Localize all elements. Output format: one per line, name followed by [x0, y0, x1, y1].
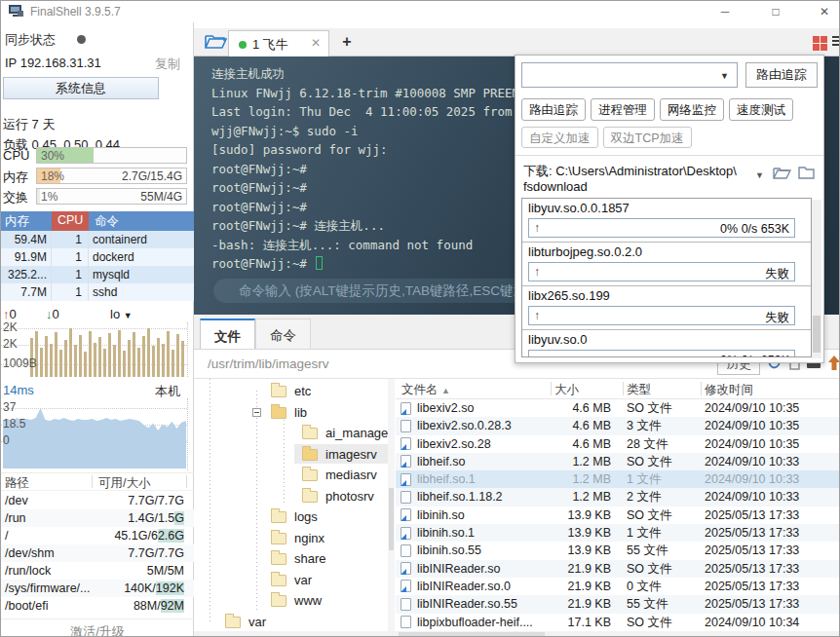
collapse-icon[interactable] — [252, 408, 261, 417]
file-row[interactable]: libINIReader.so.021.9 KB0 文件2025/05/13 1… — [396, 578, 840, 595]
file-row[interactable]: libINIReader.so21.9 KBSO 文件2025/05/13 17… — [396, 560, 840, 578]
tree-item-nginx[interactable]: nginx — [194, 528, 388, 549]
io-bar — [108, 333, 111, 377]
tab-close-icon[interactable]: ✕ — [311, 36, 321, 50]
tree-item-share[interactable]: share — [194, 548, 388, 570]
file-row[interactable]: libpixbufloader-heif....17.1 KBSO 文件2024… — [396, 614, 840, 631]
tool-button-网络监控[interactable]: 网络监控 — [660, 98, 724, 121]
upload-icon[interactable] — [827, 356, 840, 373]
disk-row[interactable]: /dev/shm7.7G/7.7G — [1, 544, 194, 562]
tab-files[interactable]: 文件 — [200, 318, 255, 349]
file-row[interactable]: libinih.so.5513.9 KB55 文件2025/05/13 17:3… — [396, 542, 840, 559]
tool-button-进程管理[interactable]: 进程管理 — [591, 98, 655, 121]
open-download-folder-icon[interactable] — [773, 165, 791, 183]
disk-table: /dev7.7G/7.7G/run1.4G/1.5G/45.1G/62.6G/d… — [1, 492, 194, 615]
current-path[interactable]: /usr/trim/lib/imagesrv — [208, 356, 329, 371]
file-row[interactable]: libheif.so1.2 MBSO 文件2024/09/10 10:33 — [396, 453, 840, 470]
tree-item-var[interactable]: var — [194, 612, 388, 632]
process-row[interactable]: 59.4M1containerd — [1, 231, 194, 248]
horizontal-scrollbar[interactable] — [194, 631, 840, 637]
accel-button-双边TCP加速[interactable]: 双边TCP加速 — [603, 127, 692, 148]
file-row[interactable]: libexiv2.so4.6 MBSO 文件2024/09/10 10:35 — [396, 399, 840, 417]
tab-commands[interactable]: 命令 — [255, 318, 311, 349]
disk-row[interactable]: /45.1G/62.6G — [1, 527, 194, 544]
file-row[interactable]: libheif.so.11.2 MB1 文件2024/09/10 10:33 — [396, 470, 840, 488]
disk-row[interactable]: /run1.4G/1.5G — [1, 509, 194, 527]
trace-target-combobox[interactable]: ▼ — [521, 62, 738, 88]
file-row[interactable]: libinih.so13.9 KBSO 文件2025/05/13 17:33 — [396, 506, 840, 524]
open-folder-icon[interactable] — [204, 31, 231, 54]
file-name: libINIReader.so.0 — [396, 578, 551, 595]
maximize-button[interactable]: □ — [759, 1, 792, 22]
col-size[interactable]: 大小 — [554, 382, 579, 398]
download-status: 0% 0/s 653K — [720, 354, 789, 357]
file-row[interactable]: libheif.so.1.18.21.2 MB2 文件2024/09/10 10… — [396, 488, 840, 506]
download-item[interactable]: libturbojpeg.so.0.2.0↑失败 — [522, 243, 811, 286]
tree-item-imagesrv[interactable]: imagesrv — [194, 444, 388, 466]
tree-label: ai_manager — [325, 426, 388, 440]
disk-avail: 5M/5M — [147, 562, 184, 580]
process-row[interactable]: 325.2...1mysqld — [1, 266, 194, 283]
layout-grid-icon[interactable] — [813, 36, 827, 51]
download-item[interactable]: libyuv.so.0.0.1857↑0% 0/s 653K — [522, 199, 811, 243]
folder-icon — [271, 511, 286, 523]
network-io-chart: 2K 2K 1009B — [1, 322, 188, 377]
process-row[interactable]: 91.9M1dockerd — [1, 248, 194, 266]
system-info-button[interactable]: 系统信息 — [3, 77, 159, 99]
tree-item-ai_manager[interactable]: ai_manager — [194, 423, 388, 444]
tree-item-www[interactable]: www — [194, 590, 388, 612]
tool-button-速度测试[interactable]: 速度测试 — [729, 98, 793, 121]
tree-item-etc[interactable]: etc — [194, 381, 388, 402]
file-row[interactable]: libinih.so.113.9 KB1 文件2025/05/13 17:33 — [396, 524, 840, 542]
process-header-cmd[interactable]: 命令 — [89, 211, 194, 231]
accel-button-自定义加速[interactable]: 自定义加速 — [521, 127, 598, 148]
file-mtime: 2025/05/13 17:33 — [701, 560, 840, 578]
download-folder-label2: fsdownload — [523, 179, 588, 194]
new-tab-button[interactable]: + — [337, 31, 357, 53]
process-row[interactable]: 7.7M1sshd — [1, 283, 194, 301]
file-row[interactable]: libINIReader.so.5521.9 KB55 文件2025/05/13… — [396, 595, 840, 613]
folder-icon[interactable] — [798, 165, 815, 182]
file-mtime: 2024/09/10 10:35 — [701, 417, 840, 434]
tree-scrollbar[interactable] — [388, 379, 395, 631]
download-filename: libx265.so.199 — [528, 288, 795, 305]
tool-button-路由追踪[interactable]: 路由追踪 — [521, 98, 586, 121]
minimize-button[interactable]: ─ — [708, 1, 742, 22]
download-item[interactable]: libyuv.so.0↑0% 0/s 653K — [522, 330, 811, 357]
process-header-cpu[interactable]: CPU — [52, 211, 89, 231]
activate-upgrade-link[interactable]: 激活/升级 — [1, 618, 194, 637]
io-bar — [55, 332, 57, 377]
download-progress-bar: ↑0% 0/s 653K — [528, 218, 795, 238]
download-item[interactable]: libx265.so.199↑失败 — [522, 286, 811, 330]
tree-item-var[interactable]: var — [194, 570, 388, 591]
file-name: libinih.so — [396, 506, 551, 524]
close-button[interactable]: ✕ — [808, 1, 840, 22]
sync-status-dot — [77, 35, 86, 44]
tree-item-lib[interactable]: lib — [194, 402, 388, 424]
disk-row[interactable]: /sys/firmware/...140K/192K — [1, 580, 194, 597]
col-filename[interactable]: 文件名 ▲ — [401, 382, 450, 398]
copy-ip-link[interactable]: 复制 — [155, 56, 180, 73]
disk-row[interactable]: /dev7.7G/7.7G — [1, 492, 194, 509]
io-bar — [40, 348, 43, 377]
route-trace-button[interactable]: 路由追踪 — [745, 62, 818, 88]
file-type: 0 文件 — [623, 578, 701, 595]
process-header-mem[interactable]: 内存 — [1, 211, 52, 231]
tab-feiniu[interactable]: 1 飞牛 ✕ — [228, 30, 329, 56]
io-bar — [69, 328, 72, 377]
chevron-down-icon[interactable]: ▼ — [755, 170, 764, 180]
col-mtime[interactable]: 修改时间 — [705, 382, 753, 398]
download-list-scrollbar[interactable] — [812, 200, 821, 358]
interface-dropdown[interactable]: lo ▼ — [110, 307, 133, 321]
tree-item-photosrv[interactable]: photosrv — [194, 486, 388, 507]
io-bar — [79, 335, 82, 377]
tree-item-logs[interactable]: logs — [194, 506, 388, 528]
file-row[interactable]: libexiv2.so.0.28.34.6 MB3 文件2024/09/10 1… — [396, 417, 840, 434]
disk-row[interactable]: /boot/efi88M/92M — [1, 597, 194, 615]
folder-icon — [271, 533, 286, 544]
disk-row[interactable]: /run/lock5M/5M — [1, 562, 194, 580]
menu-icon[interactable] — [832, 36, 840, 50]
col-type[interactable]: 类型 — [627, 382, 651, 398]
file-row[interactable]: libexiv2.so.284.6 MB28 文件2024/09/10 10:3… — [396, 435, 840, 453]
tree-item-mediasrv[interactable]: mediasrv — [194, 465, 388, 486]
